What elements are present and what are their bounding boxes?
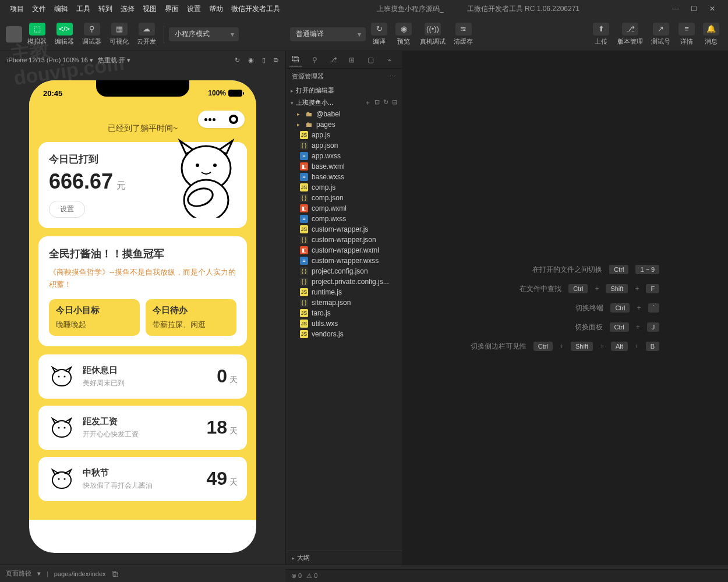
svg-point-12 [58,478,60,480]
menu-goto[interactable]: 转到 [94,4,116,14]
file-base.wxss[interactable]: ≡base.wxss [286,172,402,182]
refresh-tree-icon[interactable]: ↻ [383,98,388,107]
app-title: 工微信开发者工具 RC 1.06.2206271 [467,4,579,14]
compile-button[interactable]: ↻编译 [368,21,390,48]
goal-today[interactable]: 今日小目标晚睡晚起 [49,299,140,336]
capsule-button[interactable] [198,111,245,128]
countdown-card[interactable]: 距休息日美好周末已到0天 [38,354,247,399]
hint-row: 切换侧边栏可见性Ctrl+Shift+Alt+B [471,342,659,352]
minimize-button[interactable]: — [672,5,680,13]
warnings-count[interactable]: ⚠ 0 [306,572,317,580]
file-comp.json[interactable]: { }comp.json [286,193,402,203]
file-@babel[interactable]: ▸🖿@babel [286,109,402,119]
file-comp.wxml[interactable]: ◧comp.wxml [286,203,402,214]
file-app.wxss[interactable]: ≡app.wxss [286,151,402,161]
status-footer: ⊗ 0 ⚠ 0 [285,569,728,582]
search-tab[interactable]: ⚲ [308,54,321,66]
compile-select[interactable]: 普通编译 [290,27,366,41]
file-comp.js[interactable]: JScomp.js [286,182,402,193]
detach-icon[interactable]: ⧉ [274,56,278,64]
file-app.json[interactable]: { }app.json [286,140,402,151]
file-utils.wxs[interactable]: JSutils.wxs [286,318,402,329]
file-sitemap.json[interactable]: { }sitemap.json [286,297,402,308]
refresh-icon[interactable]: ↻ [235,56,240,64]
remote-debug-button[interactable]: ((•))真机调试 [417,21,448,48]
file-taro.js[interactable]: JStaro.js [286,308,402,318]
editor-button[interactable]: </>编辑器 [52,21,77,48]
file-custom-wrapper.wxml[interactable]: ◧custom-wrapper.wxml [286,245,402,255]
hot-reload-toggle[interactable]: 热重载 开 ▾ [98,56,130,65]
errors-count[interactable]: ⊗ 0 [291,572,302,580]
file-base.wxml[interactable]: ◧base.wxml [286,161,402,172]
new-folder-icon[interactable]: ⊡ [374,98,380,107]
titlebar: 项目 文件 编辑 工具 转到 选择 视图 界面 设置 帮助 微信开发者工具 上班… [0,0,728,17]
project-section[interactable]: ▾上班摸鱼小... ＋ ⊡ ↻ ⊟ [286,97,402,109]
countdown-card[interactable]: 中秋节快放假了再打会儿酱油49天 [38,457,247,501]
battery-icon [228,90,242,97]
record-icon[interactable]: ◉ [248,56,254,64]
file-custom-wrapper.wxss[interactable]: ≡custom-wrapper.wxss [286,255,402,266]
device-icon[interactable]: ▯ [262,56,266,64]
champion-title: 全民打酱油！！摸鱼冠军 [49,247,236,261]
messages-button[interactable]: 🔔消息 [700,21,722,48]
file-runtime.js[interactable]: JSruntime.js [286,287,402,297]
menu-settings[interactable]: 设置 [183,4,205,14]
maximize-button[interactable]: ☐ [691,5,699,13]
toolbar: ⬚模拟器 </>编辑器 ⚲调试器 ▦可视化 ☁云开发 小程序模式 普通编译 ↻编… [0,17,728,51]
goal-todo[interactable]: 今日待办带薪拉屎、闲逛 [146,299,236,336]
close-button[interactable]: ✕ [709,5,718,13]
outline-section[interactable]: ▸大纲 [286,551,402,565]
file-project.config.json[interactable]: { }project.config.json [286,266,402,276]
file-project.private.config.js...[interactable]: { }project.private.config.js... [286,276,402,287]
details-button[interactable]: ≡详情 [676,21,698,48]
settings-button[interactable]: 设置 [49,201,85,218]
time: 20:45 [43,89,62,98]
new-file-icon[interactable]: ＋ [365,98,371,107]
menu-help[interactable]: 帮助 [205,4,227,14]
notch [96,80,189,97]
menu-view[interactable]: 视图 [139,4,161,14]
simulator-button[interactable]: ⬚模拟器 [24,21,50,48]
menu-tools[interactable]: 工具 [72,4,94,14]
collapse-icon[interactable]: ⊟ [392,98,397,107]
menu-select[interactable]: 选择 [116,4,139,14]
box-tab[interactable]: ▢ [364,54,377,66]
mode-select[interactable]: 小程序模式 [169,27,239,41]
upload-button[interactable]: ⬆上传 [590,21,612,48]
test-button[interactable]: ↗测试号 [648,21,673,48]
menu-interface[interactable]: 界面 [161,4,183,14]
countdown-card[interactable]: 距发工资开开心心快发工资18天 [38,406,247,450]
device-select[interactable]: iPhone 12/13 (Pro) 100% 16 ▾ [7,56,93,64]
file-comp.wxss[interactable]: ≡comp.wxss [286,214,402,224]
file-custom-wrapper.json[interactable]: { }custom-wrapper.json [286,235,402,245]
page-path[interactable]: pages/index/index [54,570,106,577]
cloud-button[interactable]: ☁云开发 [134,21,159,48]
checkin-card: 今日已打到 666.67元 设置 [38,142,247,228]
svg-point-3 [213,164,217,167]
clear-cache-button[interactable]: ≋清缓存 [451,21,476,48]
debugger-button[interactable]: ⚲调试器 [79,21,104,48]
preview-button[interactable]: ◉预览 [393,21,415,48]
ext-tab[interactable]: ⊞ [345,54,358,66]
open-editors-section[interactable]: ▸打开的编辑器 [286,84,402,97]
menu-edit[interactable]: 编辑 [50,4,72,14]
file-app.js[interactable]: JSapp.js [286,130,402,140]
version-button[interactable]: ⎇版本管理 [614,21,646,48]
bug-tab[interactable]: ⌁ [383,54,395,66]
avatar[interactable] [6,26,22,42]
more-icon[interactable]: ⋯ [390,73,396,80]
battery-percent: 100% [208,89,226,97]
branch-tab[interactable]: ⎇ [327,54,340,66]
explorer-tab[interactable]: ⿻ [289,54,302,66]
copy-icon[interactable]: ⿻ [112,570,118,577]
menu-file[interactable]: 文件 [28,4,50,14]
file-vendors.js[interactable]: JSvendors.js [286,329,402,339]
file-custom-wrapper.js[interactable]: JScustom-wrapper.js [286,224,402,235]
menu-devtools[interactable]: 微信开发者工具 [227,4,284,14]
champion-sub: 《商鞅摸鱼哲学》--摸鱼不是自我放纵，而是个人实力的积蓄！ [49,267,236,291]
menu-project[interactable]: 项目 [6,4,28,14]
visual-button[interactable]: ▦可视化 [107,21,132,48]
file-pages[interactable]: ▸🖿pages [286,119,402,130]
svg-point-2 [196,164,199,167]
svg-point-7 [64,375,66,377]
